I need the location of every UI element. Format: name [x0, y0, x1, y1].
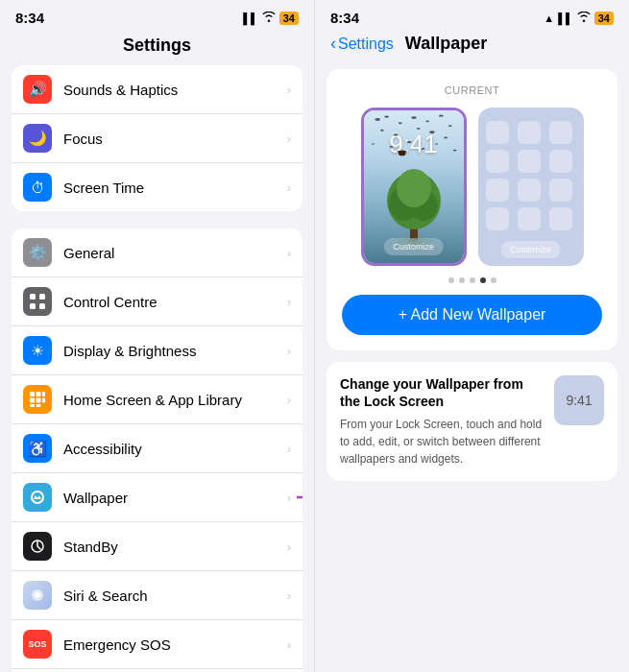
svg-rect-7	[30, 398, 35, 403]
accessibility-icon: ♿	[23, 434, 52, 463]
back-label: Settings	[338, 36, 394, 53]
svg-rect-9	[42, 398, 45, 403]
right-panel: 8:34 ▲ ▌▌ 34 ‹ Settings Wallpaper CURREN…	[314, 0, 629, 672]
battery-badge-left: 34	[279, 12, 299, 25]
location-icon: ▲	[544, 12, 554, 24]
home-icon-4	[486, 150, 509, 173]
settings-item-accessibility[interactable]: ♿ Accessibility ›	[12, 424, 302, 473]
time-left: 8:34	[15, 10, 44, 26]
settings-item-display[interactable]: ☀ Display & Brightness ›	[12, 326, 302, 375]
screen-time-label: Screen Time	[63, 180, 287, 196]
home-icon-10	[486, 207, 509, 230]
home-icon-3	[549, 121, 572, 144]
svg-point-23	[411, 116, 417, 119]
control-centre-icon	[23, 287, 52, 316]
home-screen-label: Home Screen & App Library	[63, 392, 287, 408]
home-icon-2	[518, 121, 541, 144]
dot-5	[491, 277, 496, 283]
lock-screen-preview: 9:41 Customi	[361, 108, 467, 266]
settings-item-screen-time[interactable]: ⏱ Screen Time ›	[12, 163, 302, 211]
home-screen-preview: Customize	[478, 108, 584, 266]
svg-rect-8	[36, 398, 41, 403]
settings-item-sounds[interactable]: 🔊 Sounds & Haptics ›	[12, 65, 302, 114]
screen-time-icon: ⏱	[23, 173, 52, 202]
settings-group-1: 🔊 Sounds & Haptics › 🌙 Focus › ⏱ Screen …	[12, 65, 302, 211]
dot-2	[459, 277, 465, 283]
signal-icon-left: ▌▌	[243, 12, 258, 24]
svg-rect-4	[30, 392, 35, 396]
status-bar-left: 8:34 ▌▌ 34	[0, 0, 314, 30]
general-chevron: ›	[287, 246, 291, 260]
settings-item-general[interactable]: ⚙️ General ›	[12, 228, 302, 277]
siri-icon	[23, 581, 52, 610]
right-nav: ‹ Settings Wallpaper	[315, 30, 629, 61]
display-label: Display & Brightness	[63, 343, 287, 359]
svg-rect-6	[42, 392, 45, 396]
general-icon: ⚙️	[23, 238, 52, 267]
home-icon-12	[549, 207, 572, 230]
wallpaper-previews: 9:41 Customi	[342, 108, 602, 266]
add-wallpaper-button[interactable]: + Add New Wallpaper	[342, 295, 602, 335]
svg-point-21	[384, 116, 389, 118]
dot-1	[448, 277, 454, 283]
home-screen-icon	[23, 385, 52, 414]
svg-point-25	[439, 115, 444, 117]
svg-point-27	[380, 130, 384, 132]
current-card: CURRENT	[327, 69, 617, 350]
settings-group-2: ⚙️ General › Control Centre ›	[12, 228, 302, 672]
signal-icon-right: ▌▌	[558, 12, 573, 24]
focus-label: Focus	[63, 131, 287, 147]
siri-label: Siri & Search	[63, 588, 287, 604]
emergency-chevron: ›	[287, 637, 291, 652]
info-thumb-time: 9:41	[566, 393, 592, 408]
svg-rect-10	[30, 404, 35, 407]
page-title-right: Wallpaper	[405, 34, 487, 54]
info-text: Change your Wallpaper from the Lock Scre…	[340, 375, 543, 468]
settings-item-wallpaper[interactable]: Wallpaper ›	[12, 473, 302, 522]
svg-rect-0	[30, 294, 36, 300]
display-icon: ☀	[23, 336, 52, 365]
settings-item-home-screen[interactable]: Home Screen & App Library ›	[12, 375, 302, 424]
back-button[interactable]: ‹ Settings	[330, 34, 394, 54]
info-card: Change your Wallpaper from the Lock Scre…	[327, 362, 617, 481]
dot-3	[470, 277, 475, 283]
svg-point-32	[372, 143, 375, 145]
standby-label: StandBy	[63, 539, 287, 555]
svg-point-31	[444, 136, 448, 138]
svg-point-37	[452, 150, 456, 152]
home-icon-8	[518, 179, 541, 202]
svg-point-22	[398, 122, 401, 124]
status-icons-left: ▌▌ 34	[243, 12, 299, 25]
dots-indicator	[342, 277, 602, 283]
sounds-label: Sounds & Haptics	[63, 82, 287, 98]
status-icons-right: ▲ ▌▌ 34	[544, 12, 614, 25]
svg-point-16	[35, 592, 40, 598]
svg-rect-3	[39, 303, 45, 309]
accessibility-chevron: ›	[287, 442, 291, 456]
display-chevron: ›	[287, 344, 291, 358]
svg-point-20	[375, 118, 380, 121]
settings-item-control-centre[interactable]: Control Centre ›	[12, 277, 302, 326]
lock-bg: 9:41 Customi	[364, 110, 464, 263]
home-icon-6	[549, 150, 572, 173]
settings-item-standby[interactable]: StandBy ›	[12, 522, 302, 571]
control-centre-chevron: ›	[287, 295, 291, 309]
svg-rect-5	[36, 392, 41, 396]
info-thumb: 9:41	[554, 375, 604, 425]
general-label: General	[63, 245, 287, 261]
info-title: Change your Wallpaper from the Lock Scre…	[340, 375, 543, 410]
settings-item-siri[interactable]: Siri & Search ›	[12, 571, 302, 620]
home-customize-button[interactable]: Customize	[500, 241, 561, 258]
svg-point-33	[389, 146, 393, 148]
svg-point-28	[393, 133, 398, 135]
status-bar-right: 8:34 ▲ ▌▌ 34	[315, 0, 629, 30]
home-icon-5	[518, 150, 541, 173]
lock-customize-button[interactable]: Customize	[383, 238, 444, 255]
dot-4	[480, 277, 486, 283]
settings-item-focus[interactable]: 🌙 Focus ›	[12, 114, 302, 163]
svg-rect-11	[36, 404, 41, 407]
settings-item-emergency-sos[interactable]: SOS Emergency SOS ›	[12, 620, 302, 669]
svg-point-34	[406, 141, 411, 143]
battery-badge-right: 34	[594, 12, 614, 25]
wallpaper-chevron: ›	[287, 491, 291, 505]
